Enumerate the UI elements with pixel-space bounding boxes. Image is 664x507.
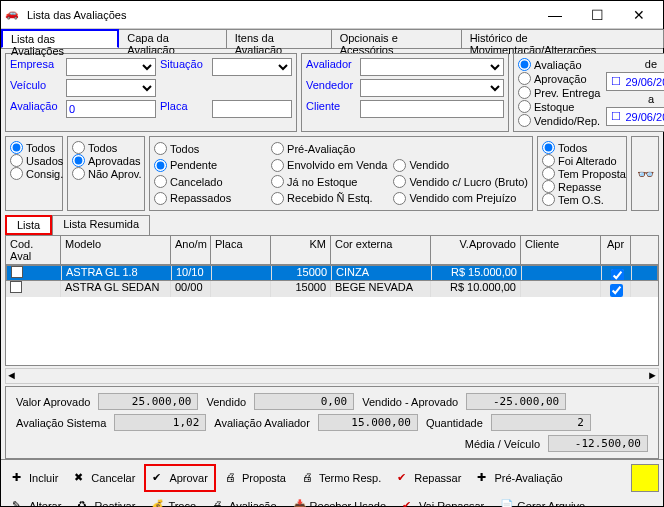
minimize-button[interactable]: — — [535, 3, 575, 27]
placa-input[interactable] — [212, 100, 292, 118]
col-cod[interactable]: Cod. Aval — [6, 236, 61, 264]
apr-check[interactable] — [610, 284, 623, 297]
col-vaprovado[interactable]: V.Aprovado — [431, 236, 521, 264]
g2-aprovadas[interactable]: Aprovadas — [72, 154, 140, 167]
cliente-label: Cliente — [306, 100, 356, 118]
g3-repassados[interactable]: Repassados — [154, 191, 265, 207]
col-cliente[interactable]: Cliente — [521, 236, 601, 264]
window-title: Lista das Avaliações — [27, 9, 535, 21]
print-icon: 🖨 — [302, 471, 316, 485]
exit-button[interactable] — [631, 464, 659, 492]
maximize-button[interactable]: ☐ — [577, 3, 617, 27]
g3-vendido-prej[interactable]: Vendido com Prejuízo — [393, 191, 528, 207]
tab-itens[interactable]: Itens da Avaliação — [226, 29, 332, 48]
period-radio-aprovacao[interactable]: Aprovação — [518, 72, 600, 85]
quantidade-value: 2 — [491, 414, 591, 431]
date-to[interactable]: ☐29/06/2023▾ — [606, 107, 664, 126]
cancelar-button[interactable]: ✖Cancelar — [67, 464, 142, 492]
close-button[interactable]: ✕ — [619, 3, 659, 27]
col-km[interactable]: KM — [271, 236, 331, 264]
period-radio-prev[interactable]: Prev. Entrega — [518, 86, 600, 99]
g3-todos[interactable]: Todos — [154, 141, 265, 157]
table-row[interactable]: ASTRA GL SEDAN 00/00 15000 BEGE NEVADA R… — [6, 281, 658, 297]
quantidade-label: Quantidade — [426, 417, 483, 429]
period-radio-vendido[interactable]: Vendido/Rep. — [518, 114, 600, 127]
g4-os[interactable]: Tem O.S. — [542, 193, 622, 206]
g3-vendido[interactable]: Vendido — [393, 158, 528, 174]
h-scrollbar[interactable]: ◄► — [5, 368, 659, 384]
g4-proposta[interactable]: Tem Proposta — [542, 167, 622, 180]
reativar-button[interactable]: ♻Reativar — [70, 496, 142, 507]
period-radio-estoque[interactable]: Estoque — [518, 100, 600, 113]
aprovar-button[interactable]: ✔Aprovar — [144, 464, 216, 492]
gerar-arquivo-button[interactable]: 📄Gerar Arquivo — [493, 496, 592, 507]
print-icon: 🖨 — [212, 499, 226, 507]
de-label: de — [645, 58, 657, 70]
g3-cancelado[interactable]: Cancelado — [154, 174, 265, 190]
g4-alterado[interactable]: Foi Alterado — [542, 154, 622, 167]
avaliador-label: Avaliador — [306, 58, 356, 76]
col-cor[interactable]: Cor externa — [331, 236, 431, 264]
tab-lista-avaliacoes[interactable]: Lista das Avaliações — [1, 29, 119, 48]
veiculo-select[interactable] — [66, 79, 156, 97]
veiculo-label: Veículo — [10, 79, 62, 97]
troco-button[interactable]: 💰Troco — [144, 496, 203, 507]
aval-avaliador-value: 15.000,00 — [318, 414, 418, 431]
check-icon: ✔ — [402, 499, 416, 507]
row-check[interactable] — [11, 266, 23, 278]
g3-pre[interactable]: Pré-Avaliação — [271, 141, 387, 157]
cliente-input[interactable] — [360, 100, 504, 118]
a-label: a — [648, 93, 654, 105]
g3-vendido-lucro[interactable]: Vendido c/ Lucro (Bruto) — [393, 174, 528, 190]
tab-opcionais[interactable]: Opcionais e Acessórios — [331, 29, 462, 48]
avaliacao-input[interactable] — [66, 100, 156, 118]
avaliacao-button[interactable]: 🖨Avaliação — [205, 496, 284, 507]
col-ano[interactable]: Ano/m — [171, 236, 211, 264]
termo-button[interactable]: 🖨Termo Resp. — [295, 464, 388, 492]
vai-repassar-button[interactable]: ✔Vai Repassar — [395, 496, 491, 507]
col-placa[interactable]: Placa — [211, 236, 271, 264]
subtab-resumida[interactable]: Lista Resumida — [52, 215, 150, 235]
date-from[interactable]: ☐29/06/2023▾ — [606, 72, 664, 91]
avaliador-select[interactable] — [360, 58, 504, 76]
g2-nao-aprov[interactable]: Não Aprov. — [72, 167, 140, 180]
vendido-label: Vendido — [206, 396, 246, 408]
proposta-button[interactable]: 🖨Proposta — [218, 464, 293, 492]
period-radio-avaliacao[interactable]: Avaliação — [518, 58, 600, 71]
tab-capa[interactable]: Capa da Avaliação — [118, 29, 226, 48]
apr-check[interactable] — [611, 269, 624, 280]
money-icon: 💰 — [151, 499, 165, 507]
g1-consig[interactable]: Consig. — [10, 167, 58, 180]
tab-historico[interactable]: Histórico de Movimentação/Alterações — [461, 29, 664, 48]
situacao-select[interactable] — [212, 58, 292, 76]
g1-usados[interactable]: Usados — [10, 154, 58, 167]
g3-pendente[interactable]: Pendente — [154, 158, 265, 174]
col-modelo[interactable]: Modelo — [61, 236, 171, 264]
col-apr[interactable]: Apr — [601, 236, 631, 264]
alterar-button[interactable]: ✎Alterar — [5, 496, 68, 507]
empresa-select[interactable] — [66, 58, 156, 76]
repassar-button[interactable]: ✔Repassar — [390, 464, 468, 492]
placa-label: Placa — [160, 100, 208, 118]
g3-recebido[interactable]: Recebido Ñ Estq. — [271, 191, 387, 207]
g3-envolvido[interactable]: Envolvido em Venda — [271, 158, 387, 174]
subtab-lista[interactable]: Lista — [5, 215, 52, 235]
receber-button[interactable]: 📥Receber Usado — [286, 496, 393, 507]
row-check[interactable] — [10, 281, 22, 293]
g4-repasse[interactable]: Repasse — [542, 180, 622, 193]
table-row[interactable]: ASTRA GL 1.8 10/10 15000 CINZA R$ 15.000… — [6, 265, 658, 281]
g4-todos[interactable]: Todos — [542, 141, 622, 154]
plus-icon: ✚ — [12, 471, 26, 485]
empresa-label: Empresa — [10, 58, 62, 76]
media-label: Média / Veículo — [465, 438, 540, 450]
glasses-icon[interactable]: 👓 — [637, 166, 654, 182]
cancel-icon: ✖ — [74, 471, 88, 485]
g2-todos[interactable]: Todos — [72, 141, 140, 154]
aval-avaliador-label: Avaliação Avaliador — [214, 417, 310, 429]
pre-avaliacao-button[interactable]: ✚Pré-Avaliação — [470, 464, 569, 492]
g1-todos[interactable]: Todos — [10, 141, 58, 154]
vendido-aprovado-label: Vendido - Aprovado — [362, 396, 458, 408]
vendedor-select[interactable] — [360, 79, 504, 97]
g3-ja-estoque[interactable]: Já no Estoque — [271, 174, 387, 190]
incluir-button[interactable]: ✚Incluir — [5, 464, 65, 492]
